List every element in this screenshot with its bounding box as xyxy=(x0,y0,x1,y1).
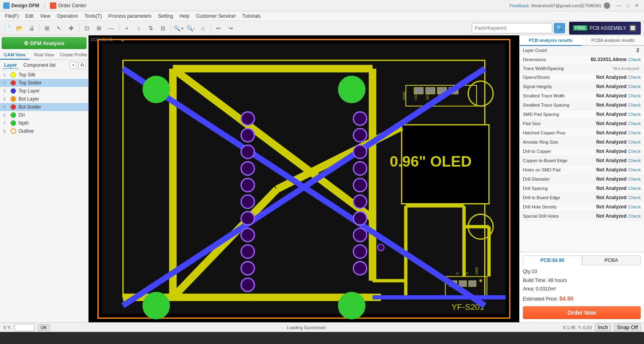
layer-item-bot-layer[interactable]: 4Bot Layer xyxy=(0,95,88,103)
menu-item-edit[interactable]: Edit xyxy=(22,12,37,20)
view-toggle[interactable]: ⊞ xyxy=(41,23,53,34)
toolbar-separator-3 xyxy=(119,23,119,33)
analysis-value: Not Analyzed xyxy=(594,139,627,145)
cam-view-tab[interactable]: CAM View xyxy=(0,51,29,60)
analysis-check-link[interactable]: Check xyxy=(628,158,641,163)
analysis-check-link[interactable]: Check xyxy=(628,103,641,107)
zoom-in[interactable]: 🔍+ xyxy=(173,23,184,34)
pcba-order-tab[interactable]: PCBA xyxy=(582,255,641,265)
analysis-check-link[interactable]: Check xyxy=(628,186,641,191)
menu-item-operation[interactable]: Operation xyxy=(54,12,81,20)
zoom-fit[interactable]: ⌂ xyxy=(197,23,208,34)
analysis-check-link[interactable]: Check xyxy=(628,149,641,154)
bus-tool[interactable]: ⊟ xyxy=(157,23,169,34)
new-button[interactable]: 📄 xyxy=(2,23,13,34)
route-tool[interactable]: ⊞ xyxy=(93,23,105,34)
svg-point-58 xyxy=(353,228,367,241)
create-profile-tab[interactable]: Create Profile xyxy=(59,51,88,60)
layer-settings-button[interactable]: ⚙ xyxy=(78,62,86,69)
canvas-add-tab-button[interactable]: + xyxy=(121,37,124,44)
dfm-analysis-button[interactable]: ⚙ DFM Analysis xyxy=(2,37,87,49)
layer-item-top-solder[interactable]: 2Top Solder xyxy=(0,79,88,87)
analysis-row: Layer Count2 xyxy=(520,46,644,55)
layer-name-label: Drl xyxy=(19,112,85,118)
menu-item-file-f-[interactable]: File(F) xyxy=(2,12,22,20)
pcba-analysis-tab[interactable]: PCBA analysis results xyxy=(582,35,644,46)
analysis-check-link[interactable]: Check xyxy=(628,57,641,62)
line-tool[interactable]: — xyxy=(105,23,117,34)
order-now-button[interactable]: Order Now xyxy=(523,306,641,319)
pcb-canvas[interactable]: GND VCC SCL SDA 0.96" OLED S S GND YF-S2… xyxy=(89,35,519,322)
undo[interactable]: ↩ xyxy=(213,23,224,34)
svg-point-45 xyxy=(241,195,254,208)
pointer-tool[interactable]: ↖ xyxy=(54,23,65,34)
analysis-check-link[interactable]: Check xyxy=(628,112,641,117)
menu-item-view[interactable]: View xyxy=(37,12,54,20)
snap-button[interactable]: Snap Off xyxy=(614,323,641,331)
analysis-row: Smallest Trace SpacingNot AnalyzedCheck xyxy=(520,101,644,110)
svg-rect-16 xyxy=(459,281,466,286)
layer-item-npth[interactable]: 7Npth xyxy=(0,119,88,127)
toolbar-separator-4 xyxy=(171,23,171,33)
add-layer-button[interactable]: + xyxy=(70,62,77,69)
layer-color-dot xyxy=(10,112,16,118)
analysis-row: Opens/ShortsNot AnalyzedCheck xyxy=(520,73,644,82)
search-button[interactable]: 🔍 xyxy=(554,23,565,33)
open-button[interactable]: 📂 xyxy=(14,23,25,34)
diff-pair[interactable]: ⇅ xyxy=(145,23,157,34)
analysis-check-link[interactable]: Check xyxy=(628,177,641,181)
print-button[interactable]: 🖨 xyxy=(26,23,37,34)
analysis-check-link[interactable]: Check xyxy=(628,130,641,135)
analysis-check-link[interactable]: Check xyxy=(628,195,641,200)
analysis-check-link[interactable]: Check xyxy=(628,214,641,218)
pcb-order-tab[interactable]: PCB:$4.90 xyxy=(523,255,582,265)
menu-item-tools-t-[interactable]: Tools(T) xyxy=(81,12,105,20)
redo[interactable]: ↪ xyxy=(225,23,236,34)
analysis-check-link[interactable]: Check xyxy=(628,84,641,89)
svg-point-53 xyxy=(353,145,367,159)
pcb-analysis-tab[interactable]: PCB analysis results xyxy=(520,35,582,46)
user-info: Feedback theanshul07@gmail.com(E70883A) xyxy=(510,2,610,9)
analysis-row: Trace Width/SpacingNot Analyzed xyxy=(520,64,644,73)
search-input[interactable] xyxy=(472,23,552,33)
layer-tab[interactable]: Layer xyxy=(2,62,19,69)
move-tool[interactable]: ✥ xyxy=(66,23,77,34)
close-button[interactable]: ✕ xyxy=(633,2,641,10)
analysis-value: Not Analyzed xyxy=(594,84,627,89)
zoom-out[interactable]: 🔍- xyxy=(185,23,196,34)
menu-item-setting[interactable]: Setting xyxy=(155,12,176,20)
pcb-assembly-banner[interactable]: FREE PCB ASSEMBLY 🔲 xyxy=(569,22,641,35)
component-list-tab[interactable]: Component list xyxy=(22,62,57,69)
menu-item-customer-servicer[interactable]: Customer Servicer xyxy=(193,12,239,20)
svg-point-56 xyxy=(353,195,367,208)
xy-ok-button[interactable]: OK xyxy=(38,324,50,331)
estimated-label: Estimated Price: xyxy=(523,296,558,302)
layer-item-top-layer[interactable]: 3Top Layer xyxy=(0,87,88,95)
analysis-check-link[interactable]: Check xyxy=(628,204,641,209)
canvas-area[interactable]: 2024-01-31 + GND VCC SCL SDA xyxy=(89,35,519,322)
analysis-check-link[interactable]: Check xyxy=(628,75,641,80)
layer-item-drl[interactable]: 6Drl xyxy=(0,111,88,119)
main-layout: ⚙ DFM Analysis CAM View Real View Create… xyxy=(0,35,644,322)
component-tool[interactable]: ⊡ xyxy=(81,23,93,34)
real-view-tab[interactable]: Real View xyxy=(29,51,59,60)
feedback-link[interactable]: Feedback xyxy=(510,3,529,8)
analysis-check-link[interactable]: Check xyxy=(628,121,641,126)
maximize-button[interactable]: □ xyxy=(624,2,632,10)
add-via[interactable]: + xyxy=(121,23,132,34)
analysis-label: Holes on SMD Pad xyxy=(523,167,594,172)
xy-input[interactable] xyxy=(14,324,35,331)
layer-item-bot-solder[interactable]: 5Bot Solder xyxy=(0,103,88,111)
add-track[interactable]: ↕ xyxy=(133,23,144,34)
analysis-check-link[interactable]: Check xyxy=(628,140,641,144)
analysis-check-link[interactable]: Check xyxy=(628,167,641,172)
menu-item-help[interactable]: Help xyxy=(176,12,193,20)
minimize-button[interactable]: — xyxy=(615,2,623,10)
layer-item-top-silk[interactable]: 1Top Silk xyxy=(0,71,88,79)
svg-point-57 xyxy=(353,212,367,225)
unit-button[interactable]: Inch xyxy=(595,323,611,331)
layer-item-outline[interactable]: 8Outline xyxy=(0,127,88,135)
menu-item-tutorials[interactable]: Tutorials xyxy=(239,12,264,20)
analysis-check-link[interactable]: Check xyxy=(628,93,641,98)
menu-item-process-parameters[interactable]: Process parameters xyxy=(105,12,155,20)
